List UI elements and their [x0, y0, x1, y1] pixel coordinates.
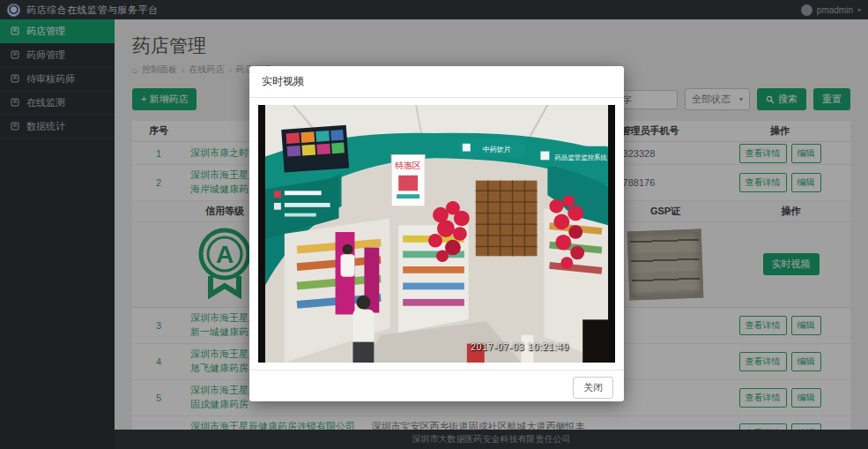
live-video-modal: 实时视频	[249, 66, 624, 401]
svg-text:药品监管监控系统: 药品监管监控系统	[554, 153, 607, 161]
pharmacy-cctv-scene: 特惠区 中药饮片 药品监管监控系统	[258, 105, 615, 363]
modal-title: 实时视频	[249, 66, 624, 98]
modal-close-button[interactable]: 关闭	[573, 377, 613, 399]
svg-text:中药饮片: 中药饮片	[483, 146, 511, 153]
video-timestamp: 2017-07-03 10:21:49	[471, 342, 569, 352]
cctv-video-frame: 特惠区 中药饮片 药品监管监控系统	[258, 105, 615, 363]
svg-text:特惠区: 特惠区	[395, 161, 421, 170]
